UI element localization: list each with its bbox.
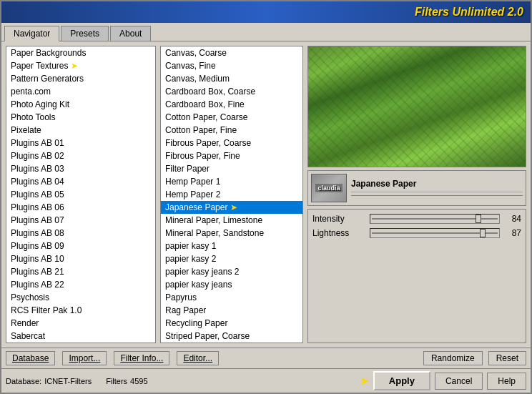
- right-panel: claudia Japanese Paper Intensity: [307, 46, 526, 343]
- lightness-value: 87: [500, 228, 521, 238]
- intensity-slider[interactable]: [370, 214, 500, 224]
- param-row-intensity: Intensity 84: [312, 214, 521, 224]
- preview-image-content: [308, 46, 526, 167]
- tab-about[interactable]: About: [110, 26, 151, 41]
- filter-name: Japanese Paper: [351, 179, 416, 189]
- list-item[interactable]: Hemp Paper 1: [161, 175, 302, 188]
- category-list[interactable]: Paper Backgrounds Paper Textures ➤ Patte…: [6, 46, 155, 343]
- tab-navigator[interactable]: Navigator: [4, 26, 59, 41]
- avatar: claudia: [311, 174, 347, 202]
- apply-button[interactable]: Apply: [373, 371, 430, 390]
- list-item[interactable]: Papyrus: [161, 291, 302, 304]
- lightness-slider[interactable]: [370, 228, 500, 238]
- param-row-lightness: Lightness 87: [312, 228, 521, 238]
- tabs-row: Navigator Presets About: [1, 23, 531, 41]
- app-title: Filters Unlimited 2.0: [415, 6, 523, 19]
- list-item[interactable]: Canvas, Coarse: [161, 46, 302, 59]
- list-item[interactable]: Plugins AB 22: [6, 278, 155, 291]
- intensity-value: 84: [500, 214, 521, 224]
- filter-list[interactable]: Canvas, Coarse Canvas, Fine Canvas, Medi…: [161, 46, 302, 343]
- list-item[interactable]: Plugins AB 21: [6, 265, 155, 278]
- list-item[interactable]: Sabercat: [6, 330, 155, 343]
- list-item[interactable]: Cardboard Box, Fine: [161, 98, 302, 111]
- list-item[interactable]: papier kasy 2: [161, 252, 302, 265]
- filters-status-value: 4595: [130, 377, 147, 385]
- list-item[interactable]: Photo Tools: [6, 111, 155, 124]
- editor-button[interactable]: Editor...: [177, 351, 219, 365]
- tab-presets[interactable]: Presets: [61, 26, 109, 41]
- cancel-button[interactable]: Cancel: [435, 373, 483, 390]
- list-item[interactable]: Rag Paper: [161, 304, 302, 317]
- intensity-label: Intensity: [312, 214, 370, 224]
- filters-status-label: Filters: [106, 377, 127, 385]
- list-item[interactable]: Render: [6, 317, 155, 330]
- list-item[interactable]: penta.com: [6, 85, 155, 98]
- title-bar: Filters Unlimited 2.0: [1, 1, 531, 23]
- preview-image: [307, 46, 526, 167]
- main-window: Filters Unlimited 2.0 Navigator Presets …: [0, 0, 532, 394]
- list-item[interactable]: Photo Aging Kit: [6, 98, 155, 111]
- list-item[interactable]: Recycling Paper: [161, 317, 302, 330]
- list-item[interactable]: Pixelate: [6, 124, 155, 137]
- category-list-panel: Paper Backgrounds Paper Textures ➤ Patte…: [6, 46, 156, 343]
- list-item[interactable]: Plugins AB 05: [6, 188, 155, 201]
- list-item[interactable]: Striped Paper, Coarse: [161, 330, 302, 343]
- avatar-text: claudia: [315, 184, 342, 192]
- list-item[interactable]: RCS Filter Pak 1.0: [6, 304, 155, 317]
- list-item[interactable]: Psychosis: [6, 291, 155, 304]
- database-button[interactable]: Database: [6, 351, 55, 365]
- list-item[interactable]: Canvas, Medium: [161, 72, 302, 85]
- database-status-value: ICNET-Filters: [44, 377, 92, 385]
- reset-button[interactable]: Reset: [488, 351, 526, 365]
- randomize-button[interactable]: Randomize: [423, 351, 483, 365]
- list-item[interactable]: Cotton Paper, Fine: [161, 124, 302, 137]
- list-item[interactable]: Mineral Paper, Sandstone: [161, 227, 302, 240]
- bottom-toolbar: Database Import... Filter Info... Editor…: [1, 348, 531, 368]
- list-item[interactable]: Mineral Paper, Limestone: [161, 214, 302, 227]
- filter-info-row: claudia Japanese Paper: [307, 170, 526, 206]
- status-bar: Database: ICNET-Filters Filters 4595 ➤ A…: [1, 368, 531, 393]
- list-item[interactable]: Hemp Paper 2: [161, 188, 302, 201]
- list-item[interactable]: Plugins AB 06: [6, 201, 155, 214]
- list-item[interactable]: Cardboard Box, Coarse: [161, 85, 302, 98]
- list-item[interactable]: Cotton Paper, Coarse: [161, 111, 302, 124]
- list-item[interactable]: Paper Textures ➤: [6, 59, 155, 72]
- database-status-label: Database:: [6, 377, 41, 385]
- list-item-selected[interactable]: Japanese Paper ➤: [161, 201, 302, 214]
- list-item[interactable]: Plugins AB 08: [6, 227, 155, 240]
- filter-list-panel: Canvas, Coarse Canvas, Fine Canvas, Medi…: [160, 46, 303, 343]
- list-item[interactable]: papier kasy 1: [161, 240, 302, 252]
- lightness-label: Lightness: [312, 228, 370, 238]
- list-item[interactable]: Plugins AB 07: [6, 214, 155, 227]
- database-status: Database: ICNET-Filters: [6, 377, 92, 385]
- list-item[interactable]: Fibrous Paper, Fine: [161, 149, 302, 162]
- list-item[interactable]: Plugins AB 10: [6, 252, 155, 265]
- filter-info-button[interactable]: Filter Info...: [114, 351, 169, 365]
- list-item[interactable]: Plugins AB 01: [6, 137, 155, 149]
- list-item[interactable]: Plugins AB 09: [6, 240, 155, 252]
- list-item[interactable]: Plugins AB 02: [6, 149, 155, 162]
- help-button[interactable]: Help: [487, 373, 526, 390]
- list-item[interactable]: Filter Paper: [161, 162, 302, 175]
- apply-arrow-icon: ➤: [360, 374, 369, 388]
- list-item[interactable]: Fibrous Paper, Coarse: [161, 137, 302, 149]
- filters-status: Filters 4595: [106, 377, 147, 385]
- import-button[interactable]: Import...: [62, 351, 107, 365]
- list-item[interactable]: Plugins AB 04: [6, 175, 155, 188]
- list-item[interactable]: Pattern Generators: [6, 72, 155, 85]
- list-item[interactable]: papier kasy jeans: [161, 278, 302, 291]
- list-item[interactable]: papier kasy jeans 2: [161, 265, 302, 278]
- list-item[interactable]: Canvas, Fine: [161, 59, 302, 72]
- params-panel: Intensity 84 Lightness 87: [307, 209, 526, 343]
- list-item[interactable]: Plugins AB 03: [6, 162, 155, 175]
- list-item[interactable]: Paper Backgrounds: [6, 46, 155, 59]
- main-content: Paper Backgrounds Paper Textures ➤ Patte…: [1, 41, 531, 348]
